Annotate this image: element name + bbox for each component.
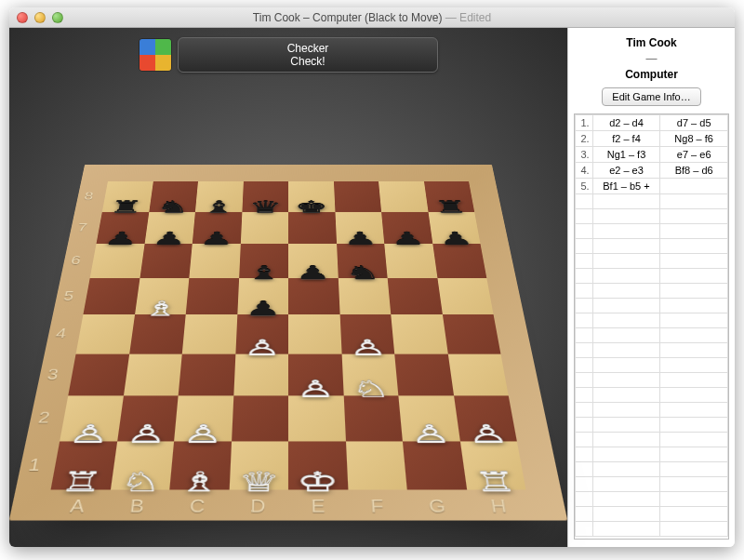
piece-black-r[interactable]: ♜ (101, 198, 150, 215)
move-row[interactable] (576, 403, 728, 418)
square[interactable] (233, 353, 288, 395)
square[interactable] (388, 278, 443, 314)
square[interactable] (432, 244, 486, 278)
move-row[interactable] (576, 194, 728, 209)
square[interactable] (345, 441, 406, 489)
square[interactable] (123, 353, 181, 395)
square[interactable] (240, 211, 288, 244)
square[interactable] (232, 395, 288, 441)
chess-board[interactable]: 87654321 ABCDEFGH ♜♞♝♛♚♜♟♟♟♟♟♟♝♟♞♗♟♙♙♙♘♙… (51, 181, 526, 489)
piece-white-b[interactable]: ♗ (169, 468, 230, 495)
square[interactable] (129, 314, 186, 353)
piece-black-p[interactable]: ♟ (237, 299, 288, 319)
piece-black-q[interactable]: ♛ (242, 198, 288, 215)
move-list[interactable]: 1.d2 – d4d7 – d52.f2 – f4Ng8 – f63.Ng1 –… (574, 113, 729, 540)
square[interactable] (442, 314, 500, 353)
piece-white-p[interactable]: ♙ (288, 378, 343, 401)
square[interactable] (288, 278, 339, 314)
move-row[interactable] (576, 239, 728, 254)
piece-black-n[interactable]: ♞ (338, 263, 388, 282)
square[interactable] (437, 278, 494, 314)
move-row[interactable] (576, 492, 728, 507)
square[interactable] (447, 353, 508, 395)
square[interactable] (334, 181, 382, 211)
move-row[interactable]: 3.Ng1 – f3e7 – e6 (576, 147, 728, 163)
piece-white-p[interactable]: ♙ (340, 337, 394, 358)
square[interactable] (288, 395, 345, 441)
piece-black-b[interactable]: ♝ (238, 263, 287, 282)
move-row[interactable] (576, 343, 728, 358)
square[interactable] (186, 278, 239, 314)
square[interactable] (140, 244, 193, 278)
piece-white-k[interactable]: ♔ (288, 468, 348, 495)
move-row[interactable] (576, 269, 728, 284)
piece-white-n[interactable]: ♘ (342, 378, 398, 401)
piece-black-p[interactable]: ♟ (144, 230, 193, 247)
move-row[interactable] (576, 358, 728, 373)
move-cell (576, 418, 593, 433)
square[interactable] (83, 278, 140, 314)
piece-black-b[interactable]: ♝ (195, 198, 243, 215)
square[interactable] (384, 244, 437, 278)
square[interactable] (68, 353, 128, 395)
move-row[interactable] (576, 433, 728, 447)
piece-white-p[interactable]: ♙ (116, 421, 176, 447)
move-row[interactable] (576, 507, 728, 522)
move-row[interactable] (576, 477, 728, 492)
square[interactable] (182, 314, 237, 353)
move-row[interactable] (576, 462, 728, 477)
piece-white-p[interactable]: ♙ (457, 421, 517, 447)
piece-white-q[interactable]: ♕ (229, 468, 288, 495)
close-icon[interactable] (17, 12, 28, 23)
square[interactable] (76, 314, 135, 353)
move-row[interactable]: 2.f2 – f4Ng8 – f6 (576, 131, 728, 147)
move-row[interactable] (576, 224, 728, 239)
edit-game-button[interactable]: Edit Game Info… (602, 87, 700, 106)
piece-black-p[interactable]: ♟ (336, 230, 384, 247)
move-row[interactable] (576, 522, 728, 537)
move-row[interactable] (576, 254, 728, 269)
square[interactable] (391, 314, 447, 353)
move-row[interactable] (576, 373, 728, 388)
piece-black-p[interactable]: ♟ (96, 230, 146, 247)
move-row[interactable] (576, 328, 728, 343)
piece-black-r[interactable]: ♜ (426, 198, 474, 215)
piece-white-r[interactable]: ♖ (463, 468, 526, 495)
piece-white-p[interactable]: ♙ (174, 421, 232, 447)
move-row[interactable]: 1.d2 – d4d7 – d5 (576, 115, 728, 131)
square[interactable] (288, 314, 341, 353)
square[interactable] (343, 395, 403, 441)
piece-white-p[interactable]: ♙ (401, 421, 460, 447)
piece-black-p[interactable]: ♟ (431, 230, 481, 247)
square[interactable] (189, 244, 240, 278)
piece-black-p[interactable]: ♟ (288, 263, 338, 282)
square[interactable] (288, 211, 337, 244)
square[interactable] (179, 353, 235, 395)
piece-black-k[interactable]: ♚ (288, 198, 335, 215)
move-row[interactable] (576, 209, 728, 224)
piece-white-p[interactable]: ♙ (235, 337, 288, 358)
move-row[interactable] (576, 447, 728, 462)
piece-black-p[interactable]: ♟ (192, 230, 240, 247)
move-row[interactable] (576, 418, 728, 433)
zoom-icon[interactable] (52, 12, 63, 23)
piece-white-b[interactable]: ♗ (134, 299, 187, 319)
piece-white-n[interactable]: ♘ (110, 468, 171, 495)
minimize-icon[interactable] (34, 12, 46, 23)
move-row[interactable] (576, 388, 728, 403)
square[interactable] (379, 181, 428, 211)
piece-white-r[interactable]: ♖ (49, 468, 113, 495)
square[interactable] (338, 278, 391, 314)
move-row[interactable]: 4.e2 – e3Bf8 – d6 (576, 163, 728, 179)
square[interactable] (394, 353, 453, 395)
move-row[interactable]: 5.Bf1 – b5 + (576, 179, 728, 194)
move-row[interactable] (576, 284, 728, 299)
piece-white-p[interactable]: ♙ (59, 421, 119, 447)
square[interactable] (90, 244, 144, 278)
square[interactable] (403, 441, 467, 489)
move-row[interactable] (576, 313, 728, 328)
piece-black-p[interactable]: ♟ (383, 230, 432, 247)
piece-black-n[interactable]: ♞ (148, 198, 195, 215)
move-row[interactable] (576, 299, 728, 313)
titlebar[interactable]: Tim Cook – Computer (Black to Move) — Ed… (9, 7, 735, 28)
